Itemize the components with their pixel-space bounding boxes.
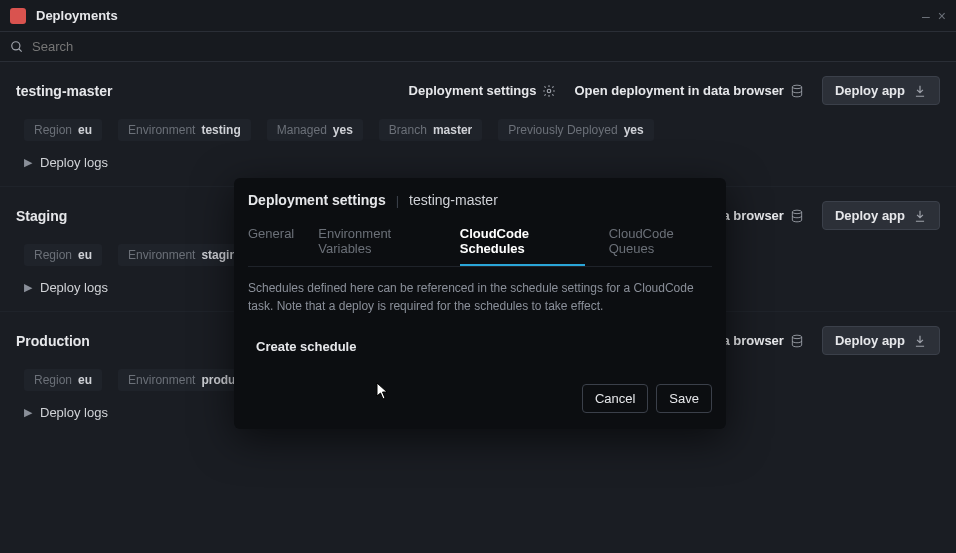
section-title: Staging xyxy=(16,208,67,224)
chevron-right-icon: ▶ xyxy=(24,406,32,419)
tag-region: Regioneu xyxy=(24,244,102,266)
gear-icon xyxy=(542,84,556,98)
chevron-right-icon: ▶ xyxy=(24,281,32,294)
deploy-app-button[interactable]: Deploy app xyxy=(822,201,940,230)
tab-cloudcode-queues[interactable]: CloudCode Queues xyxy=(609,218,712,266)
section-title: testing-master xyxy=(16,83,112,99)
tab-cloudcode-schedules[interactable]: CloudCode Schedules xyxy=(460,218,585,266)
section-actions: Deployment settings Open deployment in d… xyxy=(409,76,940,105)
tag-environment: Environmenttesting xyxy=(118,119,251,141)
modal-tabs: General Environment Variables CloudCode … xyxy=(248,218,712,267)
modal-subtitle: testing-master xyxy=(409,192,498,208)
deployment-settings-label: Deployment settings xyxy=(409,83,537,98)
deploy-logs-label: Deploy logs xyxy=(40,280,108,295)
svg-point-4 xyxy=(792,210,801,214)
deploy-app-button[interactable]: Deploy app xyxy=(822,76,940,105)
titlebar: Deployments – × xyxy=(0,0,956,32)
save-button[interactable]: Save xyxy=(656,384,712,413)
search-input[interactable] xyxy=(32,39,946,54)
search-icon xyxy=(10,40,24,54)
tag-managed: Managedyes xyxy=(267,119,363,141)
tags-row: Regioneu Environmenttesting Managedyes B… xyxy=(0,109,956,147)
deploy-app-button[interactable]: Deploy app xyxy=(822,326,940,355)
svg-line-1 xyxy=(19,48,22,51)
tab-environment-variables[interactable]: Environment Variables xyxy=(318,218,436,266)
tag-region: Regioneu xyxy=(24,369,102,391)
modal-title: Deployment settings xyxy=(248,192,386,208)
tab-general[interactable]: General xyxy=(248,218,294,266)
create-schedule-button[interactable]: Create schedule xyxy=(248,333,364,360)
svg-point-0 xyxy=(12,41,20,49)
modal-header: Deployment settings | testing-master xyxy=(248,192,712,208)
modal-footer: Cancel Save xyxy=(248,384,712,413)
download-icon xyxy=(913,334,927,348)
tag-region: Regioneu xyxy=(24,119,102,141)
download-icon xyxy=(913,84,927,98)
svg-point-5 xyxy=(792,335,801,339)
tag-previously-deployed: Previously Deployedyes xyxy=(498,119,653,141)
close-icon[interactable]: × xyxy=(938,8,946,24)
deploy-app-label: Deploy app xyxy=(835,208,905,223)
deploy-logs-label: Deploy logs xyxy=(40,155,108,170)
deploy-app-label: Deploy app xyxy=(835,83,905,98)
deploy-logs-label: Deploy logs xyxy=(40,405,108,420)
tag-branch: Branchmaster xyxy=(379,119,482,141)
section-title: Production xyxy=(16,333,90,349)
modal-description: Schedules defined here can be referenced… xyxy=(248,279,712,315)
modal-divider: | xyxy=(396,193,399,208)
database-icon xyxy=(790,84,804,98)
svg-point-2 xyxy=(548,89,552,93)
database-icon xyxy=(790,334,804,348)
deployment-settings-modal: Deployment settings | testing-master Gen… xyxy=(234,178,726,429)
deployment-settings-link[interactable]: Deployment settings xyxy=(409,83,557,98)
database-icon xyxy=(790,209,804,223)
section-header-testing-master: testing-master Deployment settings Open … xyxy=(0,62,956,109)
svg-point-3 xyxy=(792,85,801,89)
open-data-browser-link[interactable]: Open deployment in data browser xyxy=(574,83,803,98)
deploy-app-label: Deploy app xyxy=(835,333,905,348)
search-bar xyxy=(0,32,956,62)
chevron-right-icon: ▶ xyxy=(24,156,32,169)
open-data-browser-label: Open deployment in data browser xyxy=(574,83,783,98)
minimize-icon[interactable]: – xyxy=(922,8,930,24)
cancel-button[interactable]: Cancel xyxy=(582,384,648,413)
page-title: Deployments xyxy=(36,8,914,23)
download-icon xyxy=(913,209,927,223)
app-icon xyxy=(10,8,26,24)
